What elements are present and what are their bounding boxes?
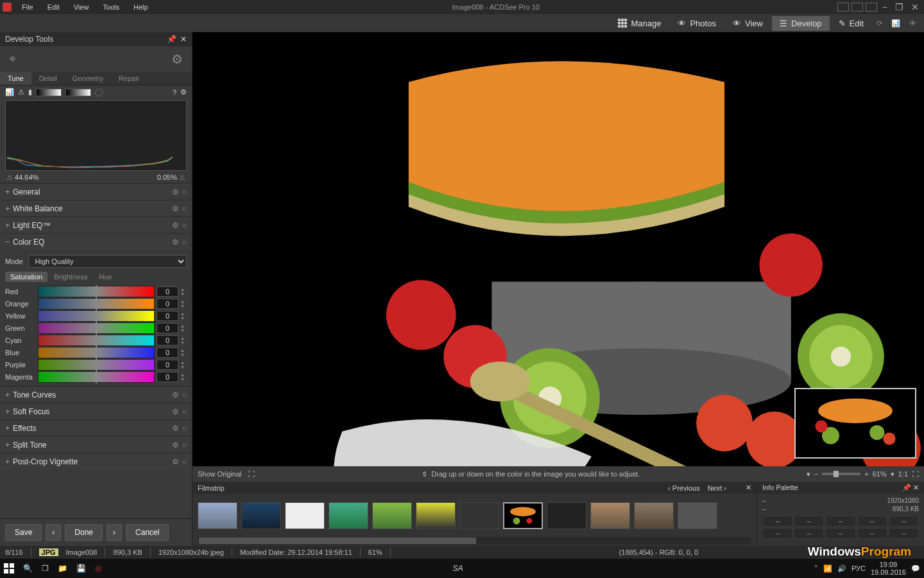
mode-develop[interactable]: ☰Develop bbox=[772, 16, 830, 31]
reset-icon[interactable]: ○ bbox=[182, 390, 187, 399]
reset-icon[interactable]: ○ bbox=[182, 221, 187, 230]
zoom-slider[interactable] bbox=[822, 473, 860, 475]
maximize-icon[interactable]: ❐ bbox=[893, 2, 906, 12]
tray-date[interactable]: 19.09.2016 bbox=[871, 568, 906, 576]
layout-icon-1[interactable] bbox=[837, 3, 849, 12]
histogram-icon[interactable]: 📊 bbox=[5, 88, 14, 96]
spin-down-icon[interactable]: ▼ bbox=[180, 304, 187, 308]
reset-icon[interactable]: ○ bbox=[182, 441, 187, 450]
close-panel-icon[interactable]: ✕ bbox=[180, 35, 187, 44]
gear-icon[interactable]: ⚙ bbox=[172, 407, 179, 416]
spin-down-icon[interactable]: ▼ bbox=[180, 292, 187, 296]
tray-volume-icon[interactable]: 🔊 bbox=[837, 565, 846, 573]
tab-tune[interactable]: Tune bbox=[0, 72, 31, 85]
thumb[interactable] bbox=[416, 502, 456, 529]
show-original-button[interactable]: Show Original bbox=[198, 470, 241, 478]
tab-geometry[interactable]: Geometry bbox=[65, 72, 111, 85]
slider-value[interactable] bbox=[157, 347, 178, 358]
spin-down-icon[interactable]: ▼ bbox=[180, 377, 187, 381]
slider-purple[interactable]: Purple▲▼ bbox=[5, 359, 187, 371]
done-button[interactable]: Done bbox=[65, 524, 103, 541]
filmstrip-next-button[interactable]: Next › bbox=[708, 484, 726, 492]
slider-value[interactable] bbox=[157, 299, 178, 309]
save-button[interactable]: Save bbox=[5, 524, 42, 541]
gear-icon[interactable]: ⚙ bbox=[172, 424, 179, 433]
section-tone-curves[interactable]: +Tone Curves⚙○ bbox=[0, 387, 192, 403]
hist-help-icon[interactable]: ? bbox=[173, 89, 176, 96]
section-light-eq[interactable]: +Light EQ™⚙○ bbox=[0, 217, 192, 233]
gear-icon[interactable]: ⚙ bbox=[172, 221, 179, 230]
section-soft-focus[interactable]: +Soft Focus⚙○ bbox=[0, 403, 192, 419]
gear-icon[interactable]: ⚙ bbox=[172, 390, 179, 399]
color-eq-mode-select[interactable]: High Quality bbox=[28, 255, 187, 268]
filmstrip-close-icon[interactable]: ✕ bbox=[746, 484, 751, 492]
reset-icon[interactable]: ○ bbox=[182, 204, 187, 213]
section-split-tone[interactable]: +Split Tone⚙○ bbox=[0, 437, 192, 453]
navigator-thumbnail[interactable] bbox=[794, 388, 916, 459]
section-white-balance[interactable]: +White Balance⚙○ bbox=[0, 200, 192, 216]
thumb[interactable] bbox=[329, 502, 368, 529]
slider-track[interactable] bbox=[38, 347, 155, 358]
layout-icon-2[interactable] bbox=[851, 3, 863, 12]
target-icon[interactable]: ⌖ bbox=[9, 51, 16, 67]
spin-down-icon[interactable]: ▼ bbox=[180, 328, 187, 333]
slider-value[interactable] bbox=[157, 286, 178, 297]
spin-up-icon[interactable]: ▲ bbox=[180, 360, 187, 365]
mode-365-icon[interactable]: ⟳ bbox=[873, 19, 886, 28]
subtab-brightness[interactable]: Brightness bbox=[49, 272, 92, 282]
spin-up-icon[interactable]: ▲ bbox=[180, 287, 187, 292]
reset-icon[interactable]: ○ bbox=[182, 238, 187, 247]
tab-repair[interactable]: Repair bbox=[111, 72, 147, 85]
chevron-down-icon[interactable]: ▾ bbox=[807, 470, 810, 478]
thumb[interactable] bbox=[547, 502, 586, 529]
section-vignette[interactable]: +Post-Crop Vignette⚙○ bbox=[0, 453, 192, 469]
warning-icon[interactable]: ⚠ bbox=[18, 88, 24, 96]
menu-view[interactable]: View bbox=[67, 1, 96, 13]
mode-sync-icon[interactable]: 👁 bbox=[905, 19, 920, 27]
start-icon[interactable] bbox=[4, 563, 14, 574]
spin-down-icon[interactable]: ▼ bbox=[180, 316, 187, 320]
slider-track[interactable] bbox=[38, 286, 155, 297]
thumb[interactable] bbox=[285, 502, 325, 529]
thumb[interactable] bbox=[459, 502, 499, 529]
section-general[interactable]: +General⚙○ bbox=[0, 184, 192, 200]
slider-yellow[interactable]: Yellow▲▼ bbox=[5, 310, 187, 322]
subtab-hue[interactable]: Hue bbox=[94, 272, 117, 282]
slider-track[interactable] bbox=[38, 335, 155, 346]
spin-up-icon[interactable]: ▲ bbox=[180, 336, 187, 340]
slider-orange[interactable]: Orange▲▼ bbox=[5, 298, 187, 310]
reset-icon[interactable]: ○ bbox=[182, 424, 187, 433]
acdsee-taskbar-icon[interactable]: ◎ bbox=[95, 564, 101, 573]
pin-icon[interactable]: 📌 bbox=[902, 484, 911, 491]
spin-up-icon[interactable]: ▲ bbox=[180, 372, 187, 377]
zoom-in-icon[interactable]: + bbox=[864, 470, 868, 478]
app-icon[interactable]: 💾 bbox=[76, 564, 86, 573]
slider-red[interactable]: Red▲▼ bbox=[5, 286, 187, 297]
slider-track[interactable] bbox=[38, 298, 155, 310]
tray-time[interactable]: 19:09 bbox=[871, 561, 906, 568]
reset-icon[interactable]: ○ bbox=[182, 457, 187, 466]
explorer-icon[interactable]: 📁 bbox=[58, 564, 67, 573]
slider-track[interactable] bbox=[38, 371, 155, 383]
next-image-button[interactable]: › bbox=[107, 524, 122, 541]
spin-down-icon[interactable]: ▼ bbox=[180, 365, 187, 369]
cancel-button[interactable]: Cancel bbox=[126, 524, 169, 541]
gear-icon[interactable]: ⚙ bbox=[172, 441, 179, 450]
slider-value[interactable] bbox=[157, 311, 178, 321]
close-icon[interactable]: ✕ bbox=[913, 484, 919, 491]
brush-icon[interactable]: ▮ bbox=[28, 88, 32, 96]
tray-notifications-icon[interactable]: 💬 bbox=[911, 565, 920, 573]
tab-detail[interactable]: Detail bbox=[31, 72, 65, 85]
mode-view[interactable]: 👁View bbox=[725, 16, 771, 31]
spin-up-icon[interactable]: ▲ bbox=[180, 324, 187, 328]
layout-icon-3[interactable] bbox=[866, 3, 877, 12]
menu-help[interactable]: Help bbox=[127, 1, 155, 13]
gear-icon[interactable]: ⚙ bbox=[172, 204, 179, 213]
thumb[interactable] bbox=[241, 502, 281, 529]
mode-photos[interactable]: 👁Photos bbox=[670, 16, 723, 31]
slider-track[interactable] bbox=[38, 359, 155, 371]
image-canvas[interactable] bbox=[193, 32, 924, 466]
thumb[interactable] bbox=[634, 502, 674, 529]
prev-image-button[interactable]: ‹ bbox=[46, 524, 61, 541]
menu-tools[interactable]: Tools bbox=[96, 1, 126, 13]
